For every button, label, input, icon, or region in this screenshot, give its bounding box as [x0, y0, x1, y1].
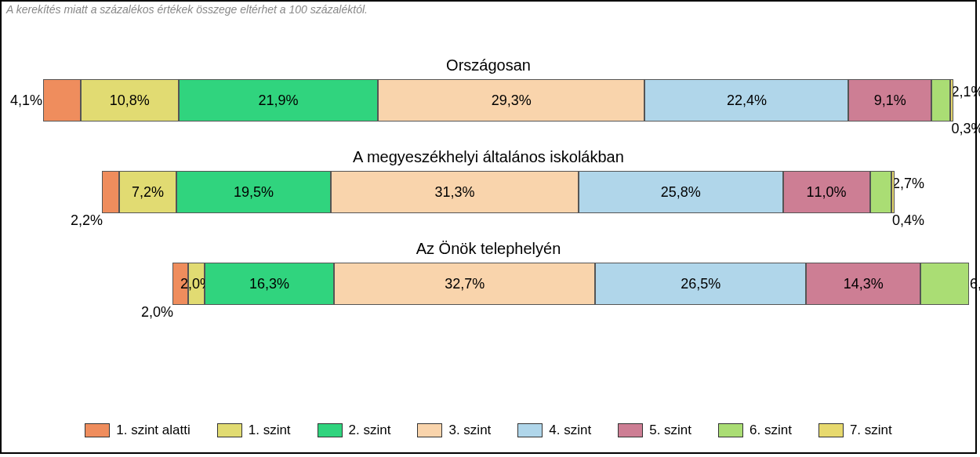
legend-item: 1. szint: [217, 423, 291, 438]
legend-item: 2. szint: [318, 423, 391, 438]
bar-segment: 2,1%: [931, 79, 950, 122]
legend-swatch: [85, 423, 110, 437]
legend-swatch: [618, 423, 643, 437]
legend-label: 3. szint: [448, 423, 491, 438]
legend-swatch: [818, 423, 844, 437]
bar-segment: 2,7%: [870, 171, 891, 213]
segment-label: 32,7%: [445, 276, 485, 292]
bar-segment: 2,0%: [188, 263, 204, 305]
stacked-bar: 2,2%7,2%19,5%31,3%25,8%11,0%2,7%0,4%: [102, 171, 895, 213]
bar-segment: 31,3%: [331, 171, 579, 213]
stacked-bar: 4,1%10,8%21,9%29,3%22,4%9,1%2,1%0,3%: [43, 79, 953, 122]
segment-label: 0,4%: [892, 212, 924, 229]
legend-swatch: [318, 423, 343, 437]
legend-item: 7. szint: [818, 423, 892, 438]
bar-segment: 0,3%: [950, 79, 953, 122]
bar-segment: 19,5%: [176, 171, 331, 213]
legend: 1. szint alatti1. szint2. szint3. szint4…: [2, 423, 975, 438]
bar-wrap: 4,1%10,8%21,9%29,3%22,4%9,1%2,1%0,3%: [2, 79, 978, 122]
bar-wrap: 2,2%7,2%19,5%31,3%25,8%11,0%2,7%0,4%: [2, 171, 978, 213]
legend-item: 6. szint: [718, 423, 792, 438]
bar-segment: 7,2%: [119, 171, 176, 213]
segment-label: 2,7%: [891, 175, 924, 191]
bar-segment: 21,9%: [179, 79, 378, 122]
segment-label: 2,0%: [141, 304, 173, 321]
bar-segment: 14,3%: [806, 263, 920, 305]
chart-block: Az Önök telephelyén2,0%2,0%16,3%32,7%26,…: [2, 240, 975, 305]
segment-label: 7,2%: [132, 184, 164, 201]
segment-label: 14,3%: [844, 276, 884, 292]
legend-label: 6. szint: [750, 423, 792, 438]
legend-label: 1. szint alatti: [116, 423, 191, 438]
segment-label: 19,5%: [234, 184, 274, 201]
chart-title: Az Önök telephelyén: [2, 240, 975, 258]
bar-segment: 25,8%: [579, 171, 783, 213]
bar-segment: 6,1%: [920, 263, 969, 305]
segment-label: 2,1%: [949, 83, 980, 100]
segment-label: 0,3%: [951, 121, 980, 137]
segment-label: 11,0%: [807, 184, 847, 201]
legend-swatch: [217, 423, 242, 437]
segment-label: 22,4%: [727, 92, 767, 109]
bar-segment: 16,3%: [205, 263, 335, 305]
charts-area: Országosan4,1%10,8%21,9%29,3%22,4%9,1%2,…: [2, 56, 975, 332]
segment-label: 29,3%: [492, 92, 532, 109]
chart-title: Országosan: [2, 56, 975, 74]
bar-segment: 29,3%: [378, 79, 644, 122]
legend-swatch: [517, 423, 543, 437]
bar-segment: 10,8%: [81, 79, 179, 122]
bar-segment: 11,0%: [783, 171, 870, 213]
bar-segment: 32,7%: [334, 263, 595, 305]
bar-segment: 4,1%: [43, 79, 81, 122]
bar-wrap: 2,0%2,0%16,3%32,7%26,5%14,3%6,1%: [2, 263, 978, 305]
chart-frame: A kerekítés miatt a százalékos értékek ö…: [0, 0, 977, 454]
segment-label: 4,1%: [10, 92, 44, 109]
legend-label: 7. szint: [850, 423, 892, 438]
rounding-note: A kerekítés miatt a százalékos értékek ö…: [6, 3, 368, 16]
legend-item: 4. szint: [517, 423, 591, 438]
legend-label: 2. szint: [349, 423, 391, 438]
legend-swatch: [718, 423, 743, 437]
segment-label: 6,1%: [968, 276, 980, 292]
segment-label: 21,9%: [259, 92, 299, 109]
legend-label: 1. szint: [249, 423, 291, 438]
legend-swatch: [417, 423, 442, 437]
legend-item: 5. szint: [618, 423, 691, 438]
chart-block: Országosan4,1%10,8%21,9%29,3%22,4%9,1%2,…: [2, 56, 975, 122]
stacked-bar: 2,0%2,0%16,3%32,7%26,5%14,3%6,1%: [172, 263, 969, 305]
segment-label: 26,5%: [681, 276, 720, 292]
legend-label: 4. szint: [549, 423, 591, 438]
legend-item: 1. szint alatti: [85, 423, 191, 438]
segment-label: 9,1%: [874, 92, 906, 109]
bar-segment: 0,4%: [891, 171, 895, 213]
legend-label: 5. szint: [649, 423, 691, 438]
segment-label: 16,3%: [249, 276, 289, 292]
segment-label: 10,8%: [110, 92, 150, 109]
legend-item: 3. szint: [417, 423, 491, 438]
chart-title: A megyeszékhelyi általános iskolákban: [2, 148, 975, 166]
segment-label: 31,3%: [434, 184, 474, 201]
segment-label: 25,8%: [661, 184, 701, 201]
bar-segment: 2,2%: [102, 171, 119, 213]
bar-segment: 22,4%: [644, 79, 848, 122]
bar-segment: 26,5%: [595, 263, 807, 305]
segment-label: 2,2%: [71, 212, 103, 229]
bar-segment: 9,1%: [848, 79, 931, 122]
chart-block: A megyeszékhelyi általános iskolákban2,2…: [2, 148, 975, 213]
